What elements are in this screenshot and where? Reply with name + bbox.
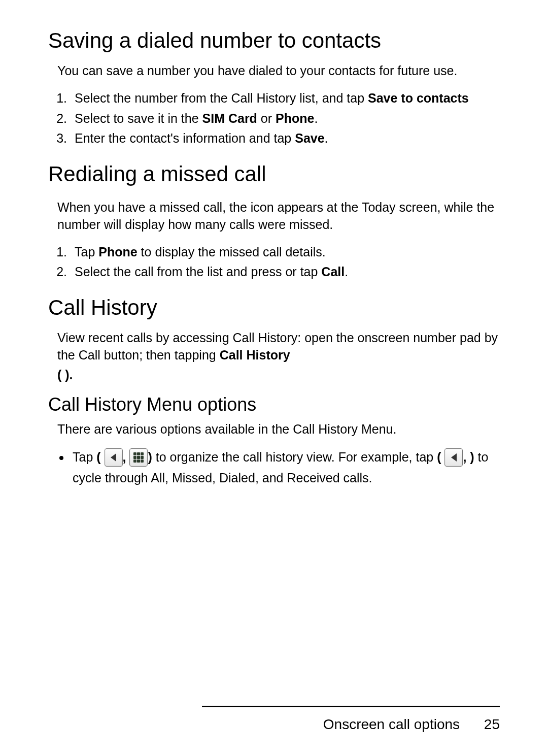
- steps-saving-number: Select the number from the Call History …: [57, 89, 500, 148]
- step-text: .: [314, 111, 318, 125]
- step-text: Enter the contact's information and tap: [75, 131, 295, 145]
- bold-call-history: Call History: [220, 348, 290, 362]
- bullet-organize: Tap ( , ) to organize the call history v…: [71, 447, 500, 487]
- grid-icon: [129, 448, 148, 467]
- intro-call-history: View recent calls by accessing Call Hist…: [57, 330, 500, 364]
- heading-saving-number: Saving a dialed number to contacts: [48, 28, 500, 53]
- bold-phone: Phone: [98, 245, 137, 259]
- manual-page: Saving a dialed number to contacts You c…: [0, 0, 548, 756]
- page-footer: Onscreen call options 25: [48, 706, 500, 733]
- step-text: .: [325, 131, 328, 145]
- step-text: to display the missed call details.: [138, 245, 326, 259]
- bold-sim-card: SIM Card: [202, 111, 257, 125]
- page-number: 25: [484, 716, 500, 733]
- bold-paren-open: (: [437, 450, 444, 464]
- heading-call-history: Call History: [48, 295, 500, 320]
- footer-rule: [202, 706, 500, 707]
- left-arrow-icon: [105, 448, 123, 467]
- bold-phone: Phone: [276, 111, 314, 125]
- bold-paren-close: ): [148, 450, 152, 464]
- step-text: Select the number from the Call History …: [75, 91, 368, 105]
- bold-paren-open: (: [96, 450, 104, 464]
- bold-call: Call: [321, 265, 345, 279]
- bold-comma: ,: [123, 450, 130, 464]
- bullet-text: Tap: [73, 450, 96, 464]
- step-text: .: [345, 265, 348, 279]
- step-3: Enter the contact's information and tap …: [71, 129, 500, 148]
- footer-title: Onscreen call options: [323, 716, 460, 732]
- step-1: Select the number from the Call History …: [71, 89, 500, 108]
- step-1: Tap Phone to display the missed call det…: [71, 243, 500, 262]
- bold-save: Save: [295, 131, 324, 145]
- intro-redialing: When you have a missed call, the icon ap…: [57, 199, 500, 234]
- subintro-menu-options: There are various options available in t…: [57, 421, 500, 438]
- step-text: Select to save it in the: [75, 111, 202, 125]
- step-text: or: [257, 111, 276, 125]
- bullet-text: to organize the call history view. For e…: [152, 450, 437, 464]
- paren-line: ( ).: [57, 368, 500, 382]
- subheading-menu-options: Call History Menu options: [48, 393, 500, 415]
- left-arrow-icon: [444, 448, 463, 467]
- bold-save-to-contacts: Save to contacts: [368, 91, 469, 105]
- bold-paren-close-2: , ): [463, 450, 474, 464]
- step-text: Select the call from the list and press …: [75, 265, 321, 279]
- intro-saving-number: You can save a number you have dialed to…: [57, 62, 500, 80]
- bullets-menu-options: Tap ( , ) to organize the call history v…: [57, 447, 500, 487]
- steps-redialing: Tap Phone to display the missed call det…: [57, 243, 500, 282]
- step-2: Select to save it in the SIM Card or Pho…: [71, 109, 500, 128]
- step-2: Select the call from the list and press …: [71, 262, 500, 282]
- step-text: Tap: [75, 245, 98, 259]
- heading-redialing: Redialing a missed call: [48, 161, 500, 187]
- footer-line: Onscreen call options 25: [48, 716, 500, 733]
